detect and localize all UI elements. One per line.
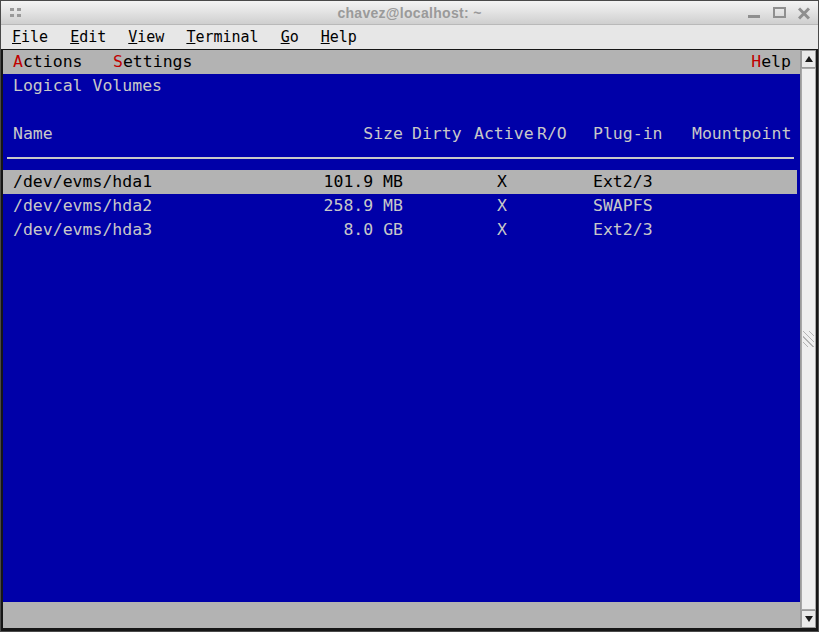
scroll-up-button[interactable]	[801, 50, 816, 68]
cell-active: X	[472, 194, 532, 218]
menu-edit[interactable]: Edit	[59, 28, 117, 46]
view-title-row: Logical Volumes	[3, 74, 800, 98]
window-menu-icon[interactable]	[10, 8, 14, 11]
window-titlebar[interactable]: chavez@localhost: ~	[1, 1, 818, 25]
arrow-down-icon	[805, 616, 813, 622]
col-header-ro: R/O	[537, 122, 567, 146]
evms-statusbar: Press 'A' to access Actions menu; TAB ke…	[3, 602, 800, 628]
terminal-menubar: File Edit View Terminal Go Help	[1, 25, 818, 49]
col-header-mountpoint: Mountpoint	[692, 122, 791, 146]
menu-file[interactable]: File	[1, 28, 59, 46]
col-header-dirty: Dirty	[412, 122, 462, 146]
scroll-down-button[interactable]	[801, 610, 816, 628]
cell-name: /dev/evms/hda3	[13, 218, 152, 242]
col-header-active: Active	[474, 122, 534, 146]
table-row[interactable]: /dev/evms/hda3 8.0 GB X Ext2/3	[3, 218, 800, 242]
cell-plugin: SWAPFS	[593, 194, 653, 218]
evms-menu-settings[interactable]: Settings	[113, 50, 192, 74]
scrollbar-thumb[interactable]	[801, 68, 816, 610]
cell-plugin: Ext2/3	[593, 218, 653, 242]
maximize-icon[interactable]	[771, 5, 787, 21]
cell-name: /dev/evms/hda2	[13, 194, 152, 218]
terminal-scrollbar[interactable]	[800, 50, 816, 628]
cell-plugin: Ext2/3	[593, 170, 653, 194]
table-row[interactable]: /dev/evms/hda2 258.9 MB X SWAPFS	[3, 194, 800, 218]
cell-active: X	[472, 218, 532, 242]
arrow-up-icon	[805, 56, 813, 62]
terminal-window: chavez@localhost: ~ File Edit View Termi…	[0, 0, 819, 632]
window-title: chavez@localhost: ~	[1, 5, 818, 21]
cell-active: X	[472, 170, 532, 194]
table-header-row: Name Size Dirty Active R/O Plug-in Mount…	[3, 122, 800, 146]
close-icon[interactable]	[796, 5, 812, 21]
cell-size: 258.9 MB	[273, 194, 403, 218]
header-separator	[7, 157, 794, 159]
cell-size: 8.0 GB	[273, 218, 403, 242]
menu-go[interactable]: Go	[270, 28, 310, 46]
minimize-icon[interactable]	[746, 5, 762, 21]
scrollbar-grip-icon	[803, 331, 814, 347]
evms-menu-help[interactable]: Help	[751, 50, 791, 74]
terminal-screen: Actions Settings Help Logical Volumes Na…	[3, 50, 800, 628]
col-header-name: Name	[13, 122, 53, 146]
cell-name: /dev/evms/hda1	[13, 170, 152, 194]
cell-size: 101.9 MB	[273, 170, 403, 194]
evms-menu-actions[interactable]: Actions	[13, 50, 83, 74]
menu-view[interactable]: View	[117, 28, 175, 46]
terminal-frame: Actions Settings Help Logical Volumes Na…	[1, 49, 818, 631]
col-header-size: Size	[273, 122, 403, 146]
col-header-plugin: Plug-in	[593, 122, 663, 146]
menu-terminal[interactable]: Terminal	[175, 28, 269, 46]
table-row[interactable]: /dev/evms/hda1 101.9 MB X Ext2/3	[3, 170, 797, 194]
view-title: Logical Volumes	[13, 74, 162, 98]
menu-help[interactable]: Help	[310, 28, 368, 46]
evms-menubar: Actions Settings Help	[3, 50, 800, 74]
